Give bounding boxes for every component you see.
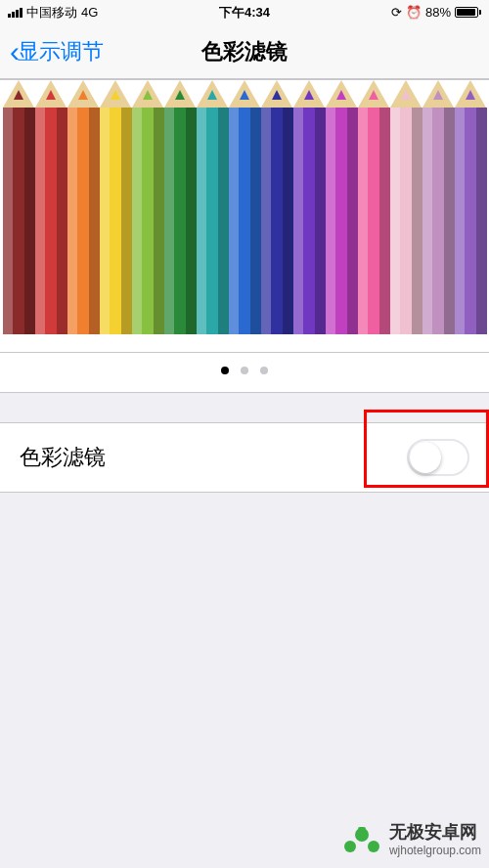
page-indicator[interactable] (0, 353, 489, 393)
clock: 下午4:34 (165, 4, 323, 22)
pencil (358, 80, 390, 334)
page-dot[interactable] (241, 367, 248, 374)
pencil (100, 80, 132, 334)
carrier-label: 中国移动 (26, 4, 77, 22)
pencil (229, 80, 261, 334)
pencil (293, 80, 326, 334)
svg-point-2 (344, 841, 356, 852)
color-filter-row: 色彩滤镜 (0, 422, 489, 493)
pencil (164, 80, 197, 334)
switch-knob (410, 442, 441, 473)
alarm-icon: ⏰ (406, 5, 422, 20)
back-label: 显示调节 (18, 37, 104, 66)
page-title: 色彩滤镜 (201, 37, 288, 66)
network-label: 4G (81, 5, 98, 20)
page-dot[interactable] (221, 367, 229, 374)
back-button[interactable]: ‹ 显示调节 (10, 37, 104, 66)
battery-pct: 88% (425, 5, 451, 20)
pencil (132, 80, 164, 334)
watermark-url: wjhotelgroup.com (389, 844, 481, 857)
pencil (197, 80, 229, 334)
svg-rect-5 (358, 827, 366, 831)
lock-icon: ⟳ (391, 5, 402, 20)
signal-icon (8, 8, 22, 18)
pencil (326, 80, 358, 334)
pencil (422, 80, 455, 334)
color-filter-switch[interactable] (407, 439, 469, 476)
watermark-title: 无极安卓网 (389, 820, 481, 844)
page-dot[interactable] (260, 367, 268, 374)
annotation-arrow (0, 493, 489, 868)
pencil (390, 80, 422, 334)
watermark-logo-icon (340, 817, 383, 860)
svg-point-4 (368, 841, 379, 852)
battery-icon (455, 7, 481, 18)
pencil (261, 80, 293, 334)
pencil (67, 80, 100, 334)
preview-image[interactable] (0, 79, 489, 353)
navigation-bar: ‹ 显示调节 色彩滤镜 (0, 24, 489, 79)
pencil (3, 80, 35, 334)
color-filter-label: 色彩滤镜 (20, 443, 106, 472)
pencil (35, 80, 67, 334)
status-bar: 中国移动 4G 下午4:34 ⟳ ⏰ 88% (0, 0, 489, 24)
pencil (455, 80, 487, 334)
watermark: 无极安卓网 wjhotelgroup.com (340, 817, 481, 860)
